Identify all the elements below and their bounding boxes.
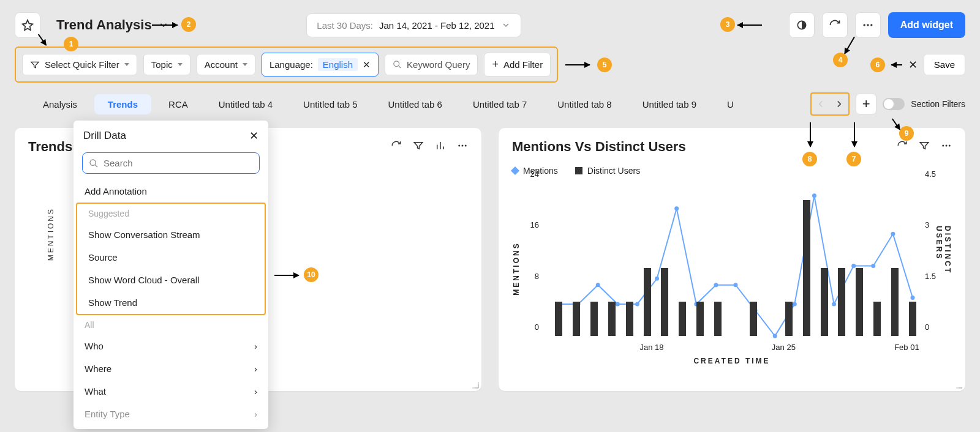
widget-more-button[interactable]: [457, 140, 468, 154]
widget-refresh-button[interactable]: [897, 140, 908, 154]
mentions-widget-title: Mentions Vs Distinct Users: [512, 139, 686, 155]
legend-mentions: Mentions: [523, 166, 558, 176]
theme-toggle-button[interactable]: [789, 12, 815, 38]
y-left-tick: 24: [530, 169, 539, 179]
quick-filter-select[interactable]: Select Quick Filter: [22, 54, 137, 75]
bar: [696, 302, 704, 336]
svg-point-30: [911, 296, 915, 300]
drill-suggested-item[interactable]: Show Trend: [77, 291, 265, 314]
y-left-tick: 8: [535, 271, 539, 280]
svg-point-25: [812, 193, 816, 198]
svg-point-8: [90, 160, 96, 165]
drill-search-field[interactable]: [104, 158, 253, 168]
widget-filter-button[interactable]: [413, 140, 424, 154]
x-tick: Jan 18: [639, 343, 663, 352]
bar: [856, 268, 863, 336]
tab-next-button[interactable]: [830, 94, 848, 114]
drill-all-item[interactable]: Who›: [74, 335, 268, 357]
callout-10: 10: [304, 267, 318, 282]
topic-filter[interactable]: Topic: [143, 54, 190, 75]
bar: [661, 268, 668, 336]
date-range-label: Last 30 Days:: [317, 20, 373, 31]
tab-rca[interactable]: RCA: [155, 94, 202, 114]
plus-icon: +: [492, 58, 499, 71]
more-button[interactable]: [855, 12, 881, 38]
tab-analysis[interactable]: Analysis: [29, 94, 91, 114]
section-filters-toggle[interactable]: [883, 98, 905, 110]
tab-trends[interactable]: Trends: [94, 94, 151, 114]
y-right-tick: 1.5: [925, 271, 936, 280]
callout-8: 8: [802, 152, 817, 166]
drill-add-annotation[interactable]: Add Annotation: [74, 180, 268, 203]
add-tab-button[interactable]: +: [856, 94, 876, 114]
bar: [803, 200, 810, 336]
refresh-icon: [391, 140, 402, 151]
refresh-button[interactable]: [822, 12, 848, 38]
widget-refresh-button[interactable]: [391, 140, 402, 154]
tab-prev-button[interactable]: [812, 94, 830, 114]
tab-untitled-tab-6[interactable]: Untitled tab 6: [375, 94, 456, 114]
chevron-down-icon: [501, 20, 511, 30]
account-filter[interactable]: Account: [197, 54, 255, 75]
bar: [838, 268, 845, 336]
drill-search-input[interactable]: [82, 152, 260, 174]
drill-suggested-header: Suggested: [77, 204, 265, 223]
chevron-right-icon: [834, 99, 845, 110]
svg-point-26: [832, 302, 836, 306]
drill-all-item[interactable]: Where›: [74, 357, 268, 380]
refresh-icon: [897, 140, 908, 151]
svg-point-10: [946, 145, 948, 147]
callout-9: 9: [899, 126, 914, 141]
tab-untitled-tab-7[interactable]: Untitled tab 7: [459, 94, 540, 114]
chevron-right-icon: ›: [254, 386, 257, 397]
chart-legend: Mentions Distinct Users: [512, 166, 952, 176]
add-filter-button[interactable]: + Add Filter: [484, 53, 551, 76]
drill-panel-title: Drill Data: [83, 130, 126, 142]
drill-suggested-item[interactable]: Show Word Cloud - Overall: [77, 269, 265, 291]
drill-all-item[interactable]: What›: [74, 380, 268, 403]
svg-point-28: [871, 264, 875, 268]
widget-more-button[interactable]: [941, 140, 952, 154]
svg-point-2: [867, 24, 869, 26]
widget-filter-button[interactable]: [919, 140, 930, 154]
tab-untitled-tab-9[interactable]: Untitled tab 9: [629, 94, 710, 114]
tab-nav-group: [810, 92, 850, 116]
square-icon: [575, 167, 582, 174]
chevron-left-icon: [815, 99, 826, 110]
callout-6: 6: [870, 58, 885, 72]
svg-point-6: [462, 145, 464, 147]
save-button[interactable]: Save: [924, 54, 965, 75]
tab-u[interactable]: U: [714, 94, 747, 114]
drill-close-button[interactable]: ✕: [249, 129, 258, 143]
drill-all-header: All: [74, 315, 268, 335]
keyword-query-input[interactable]: Keyword Query: [385, 54, 478, 75]
callout-4: 4: [833, 53, 848, 67]
drill-suggested-item[interactable]: Source: [77, 246, 265, 269]
widget-chart-type-button[interactable]: [435, 140, 446, 154]
trends-widget-title: Trends (: [28, 139, 81, 155]
trends-widget: Trends ( MENTIONS 2: [15, 128, 481, 391]
date-range-value: Jan 14, 2021 - Feb 12, 2021: [379, 20, 494, 31]
dots-icon: [457, 140, 468, 151]
tab-untitled-tab-5[interactable]: Untitled tab 5: [290, 94, 371, 114]
chevron-right-icon: ›: [254, 363, 257, 374]
date-range-picker[interactable]: Last 30 Days: Jan 14, 2021 - Feb 12, 202…: [306, 13, 521, 37]
bar: [873, 302, 881, 336]
svg-point-4: [394, 61, 399, 67]
tab-untitled-tab-8[interactable]: Untitled tab 8: [544, 94, 625, 114]
language-filter[interactable]: Language: English ✕: [262, 53, 379, 76]
y-right-tick: 0: [925, 322, 929, 332]
plus-icon: +: [862, 96, 870, 112]
favorite-button[interactable]: [15, 12, 40, 38]
close-filter-icon[interactable]: ✕: [908, 58, 918, 72]
remove-language-icon[interactable]: ✕: [363, 59, 371, 70]
resize-handle-icon[interactable]: [954, 380, 963, 389]
tab-untitled-tab-4[interactable]: Untitled tab 4: [205, 94, 286, 114]
drill-all-item[interactable]: Entity Type›: [74, 403, 268, 425]
add-widget-button[interactable]: Add widget: [888, 12, 965, 38]
drill-data-panel: Drill Data ✕ Add Annotation Suggested Sh…: [74, 121, 268, 429]
svg-point-27: [851, 264, 856, 268]
resize-handle-icon[interactable]: [470, 380, 479, 389]
drill-suggested-item[interactable]: Show Conversation Stream: [77, 223, 265, 246]
star-icon: [21, 19, 34, 31]
